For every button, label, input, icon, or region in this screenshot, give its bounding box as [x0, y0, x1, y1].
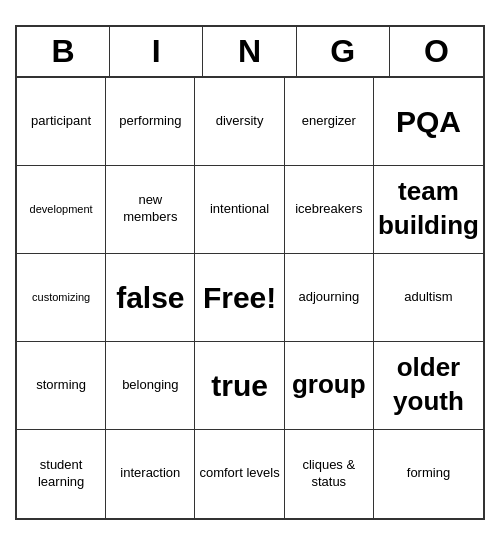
- header-letter: G: [297, 27, 390, 76]
- bingo-cell: older youth: [374, 342, 483, 430]
- bingo-cell: team building: [374, 166, 483, 254]
- bingo-cell: true: [195, 342, 284, 430]
- bingo-cell: interaction: [106, 430, 195, 518]
- header-letter: N: [203, 27, 296, 76]
- bingo-cell: comfort levels: [195, 430, 284, 518]
- bingo-card: BINGO participantperformingdiversityener…: [15, 25, 485, 520]
- bingo-cell: adjourning: [285, 254, 374, 342]
- bingo-cell: Free!: [195, 254, 284, 342]
- bingo-cell: group: [285, 342, 374, 430]
- bingo-cell: development: [17, 166, 106, 254]
- header-letter: O: [390, 27, 483, 76]
- bingo-cell: intentional: [195, 166, 284, 254]
- bingo-cell: student learning: [17, 430, 106, 518]
- header-letter: B: [17, 27, 110, 76]
- bingo-cell: icebreakers: [285, 166, 374, 254]
- header-letter: I: [110, 27, 203, 76]
- bingo-cell: energizer: [285, 78, 374, 166]
- bingo-cell: PQA: [374, 78, 483, 166]
- bingo-cell: storming: [17, 342, 106, 430]
- bingo-cell: participant: [17, 78, 106, 166]
- bingo-cell: cliques & status: [285, 430, 374, 518]
- bingo-header: BINGO: [17, 27, 483, 78]
- bingo-grid: participantperformingdiversityenergizerP…: [17, 78, 483, 518]
- bingo-cell: new members: [106, 166, 195, 254]
- bingo-cell: diversity: [195, 78, 284, 166]
- bingo-cell: false: [106, 254, 195, 342]
- bingo-cell: customizing: [17, 254, 106, 342]
- bingo-cell: forming: [374, 430, 483, 518]
- bingo-cell: performing: [106, 78, 195, 166]
- bingo-cell: belonging: [106, 342, 195, 430]
- bingo-cell: adultism: [374, 254, 483, 342]
